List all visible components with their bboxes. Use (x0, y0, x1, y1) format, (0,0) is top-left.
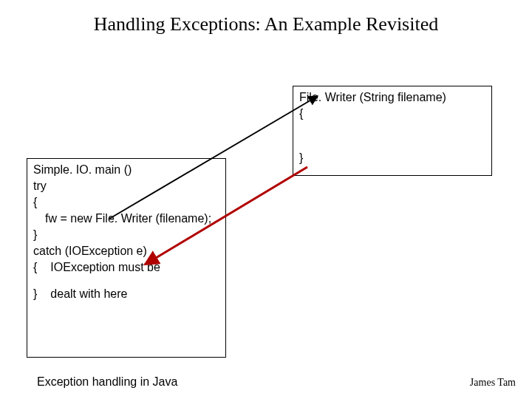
simpleio-header: Simple. IO. main () (27, 159, 225, 178)
fw-assignment: fw = new File. Writer (filename); (27, 211, 225, 227)
catch-open-brace: { (33, 261, 37, 274)
try-close-brace: } (27, 227, 225, 243)
slide-title: Handling Exceptions: An Example Revisite… (0, 13, 532, 35)
note-line-1: IOException must be (50, 261, 160, 274)
footer-right: James Tam (470, 377, 516, 389)
try-open-brace: { (27, 194, 225, 211)
filewriter-box: File. Writer (String filename) { } (293, 86, 492, 176)
catch-line: catch (IOException e) (27, 243, 225, 259)
filewriter-header: File. Writer (String filename) (293, 86, 491, 106)
filewriter-spacer (293, 122, 491, 150)
catch-close-brace: } (33, 287, 37, 301)
filewriter-open-brace: { (293, 106, 491, 122)
footer-left: Exception handling in Java (37, 375, 177, 389)
catch-close-row: } dealt with here (27, 286, 225, 302)
simpleio-box: Simple. IO. main () try { fw = new File.… (27, 158, 226, 358)
note-line-2: dealt with here (50, 287, 127, 301)
catch-open-row: { IOException must be (27, 259, 225, 276)
filewriter-close-brace: } (293, 150, 491, 166)
try-keyword: try (27, 178, 225, 194)
